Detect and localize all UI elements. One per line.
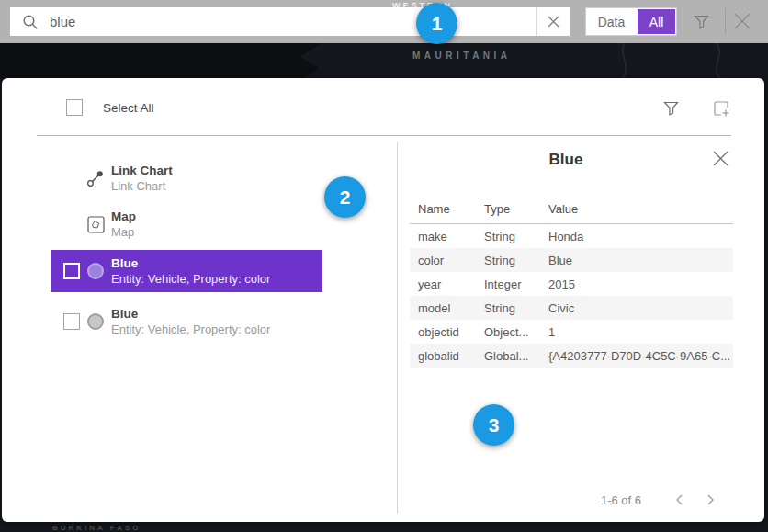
callout-3: 3: [473, 404, 514, 446]
map-icon: [85, 214, 106, 234]
column-header-value: Value: [540, 202, 733, 216]
entity-circle-icon: [85, 261, 106, 281]
cell-type: String: [476, 254, 540, 267]
cell-type: String: [476, 301, 540, 315]
select-all-row: Select All: [66, 99, 154, 116]
header-divider: [37, 135, 731, 136]
table-row: model String Civic: [410, 296, 733, 320]
scope-all-button[interactable]: All: [638, 9, 675, 34]
detail-title: Blue: [549, 151, 583, 169]
cell-type: String: [476, 230, 540, 243]
close-icon: [712, 150, 729, 167]
cell-name: color: [410, 254, 476, 267]
map-landmass: [0, 43, 329, 78]
app-window: MAURITANIA BURKINA FASO blue Data All: [0, 0, 768, 532]
close-search-button[interactable]: [731, 10, 753, 32]
add-selection-button[interactable]: [711, 98, 731, 119]
cell-value: 2015: [540, 277, 733, 291]
cell-name: globalid: [410, 349, 476, 363]
cell-value: 1: [540, 325, 733, 339]
result-title: Blue: [111, 255, 270, 271]
search-scope-toggle: Data All: [585, 7, 677, 36]
table-row: year Integer 2015: [410, 272, 733, 296]
result-title: Map: [111, 209, 136, 224]
scope-data-button[interactable]: Data: [586, 8, 637, 35]
cell-name: make: [410, 230, 476, 243]
result-title: Blue: [111, 306, 270, 322]
result-subtitle: Map: [111, 224, 136, 240]
select-all-label: Select All: [103, 101, 154, 115]
cell-value: Honda: [540, 230, 733, 243]
pagination-label: 1-6 of 6: [575, 493, 667, 507]
cell-value: {A4203777-D70D-4C5C-9A65-C...: [540, 349, 733, 363]
result-subtitle: Entity: Vehicle, Property: color: [111, 322, 270, 337]
cell-name: year: [410, 277, 476, 291]
cell-name: objectid: [410, 325, 476, 339]
callout-2: 2: [324, 176, 366, 218]
filter-button[interactable]: [692, 12, 711, 31]
cell-name: model: [410, 301, 476, 315]
table-row: objectid Object... 1: [410, 320, 733, 344]
pagination-next-button[interactable]: [703, 492, 717, 507]
detail-header: Blue: [399, 144, 733, 175]
column-header-name: Name: [410, 202, 476, 216]
map-border-lines: [514, 43, 768, 78]
filter-funnel-icon: [692, 12, 711, 31]
result-item-map[interactable]: Map Map: [51, 203, 322, 245]
attribute-table: Name Type Value make String Honda color …: [410, 194, 733, 368]
link-chart-icon: [85, 168, 106, 188]
result-item-link-chart[interactable]: Link Chart Link Chart: [51, 157, 322, 199]
cell-value: Blue: [540, 254, 733, 267]
map-label-mauritania: MAURITANIA: [412, 51, 512, 61]
result-subtitle: Entity: Vehicle, Property: color: [111, 271, 270, 287]
search-input[interactable]: blue: [10, 7, 570, 36]
pagination-prev-button[interactable]: [672, 492, 687, 507]
clear-search-icon: [548, 16, 559, 28]
map-label-burkina-faso: BURKINA FASO: [52, 524, 141, 532]
table-row: make String Honda: [410, 224, 733, 248]
search-icon: [22, 14, 39, 30]
select-all-checkbox[interactable]: [66, 99, 83, 116]
detail-close-button[interactable]: [712, 150, 729, 167]
cell-type: Global...: [476, 349, 540, 363]
result-item-blue-selected[interactable]: Blue Entity: Vehicle, Property: color: [51, 250, 322, 292]
panel-divider: [397, 142, 398, 514]
result-checkbox[interactable]: [63, 313, 80, 330]
search-query-text: blue: [50, 14, 75, 29]
table-row: globalid Global... {A4203777-D70D-4C5C-9…: [410, 344, 733, 368]
cell-type: Integer: [476, 277, 540, 291]
column-header-type: Type: [476, 202, 540, 216]
chevron-right-icon: [703, 492, 717, 507]
cell-type: Object...: [476, 325, 540, 339]
table-header-row: Name Type Value: [410, 194, 733, 224]
clear-search-button[interactable]: [536, 7, 570, 36]
chevron-left-icon: [672, 492, 687, 507]
entity-circle-icon: [85, 311, 106, 332]
result-subtitle: Link Chart: [111, 178, 173, 194]
results-filter-button[interactable]: [661, 98, 681, 118]
cell-value: Civic: [540, 301, 733, 315]
callout-1: 1: [416, 3, 457, 44]
search-results-panel: Select All: [2, 78, 764, 522]
close-icon: [731, 10, 753, 32]
filter-funnel-icon: [661, 98, 681, 118]
result-item-blue[interactable]: Blue Entity: Vehicle, Property: color: [51, 300, 322, 343]
add-item-icon: [711, 98, 731, 119]
toolbar-divider: [725, 8, 726, 35]
table-row: color String Blue: [410, 248, 733, 272]
result-title: Link Chart: [111, 163, 173, 178]
search-toolbar: blue Data All: [0, 0, 768, 43]
result-checkbox[interactable]: [63, 263, 80, 279]
